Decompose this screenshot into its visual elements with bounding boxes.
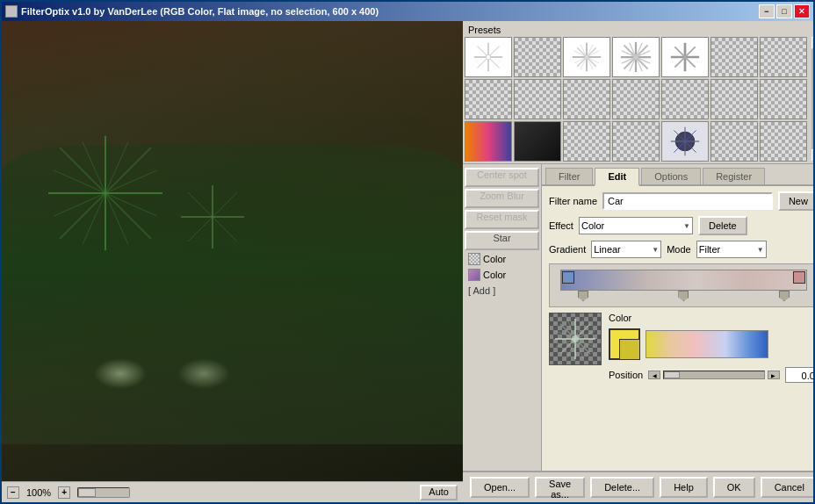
color-preview-box <box>549 313 602 365</box>
preset-thumb-18[interactable] <box>612 121 660 162</box>
preset-thumb-13[interactable] <box>710 79 758 119</box>
pos-slider-left-arrow[interactable]: ◀ <box>648 371 660 379</box>
presets-header: Presets ▶ <box>465 23 813 37</box>
image-panel: − 100% + Auto <box>2 21 463 502</box>
gradient-label: Gradient <box>549 244 586 255</box>
mode-value: Filter <box>699 244 720 255</box>
right-main: Center spot Zoom Blur Reset mask Star Co… <box>463 164 813 471</box>
preset-thumb-3[interactable] <box>563 37 610 77</box>
window-title: FilterOptix v1.0 by VanDerLee (RGB Color… <box>21 6 759 17</box>
color-swatch-row <box>609 328 813 360</box>
preset-thumb-6[interactable] <box>710 37 758 77</box>
preset-thumb-17[interactable] <box>563 121 610 162</box>
gradient-marker-2[interactable] <box>678 291 689 301</box>
svg-point-50 <box>572 335 579 342</box>
position-row: Position ◀ ▶ 0.0 <box>609 367 813 383</box>
effect-row: Effect Color ▼ Delete <box>549 216 813 235</box>
auto-button[interactable]: Auto <box>420 485 458 500</box>
help-button[interactable]: Help <box>660 477 708 498</box>
presets-scroll-track[interactable] <box>811 49 813 149</box>
titlebar: FilterOptix v1.0 by VanDerLee (RGB Color… <box>2 2 813 21</box>
preset-thumb-11[interactable] <box>612 79 660 119</box>
new-button[interactable]: New <box>778 191 813 211</box>
mode-label: Mode <box>667 244 691 255</box>
gradient-stop-left[interactable] <box>562 271 574 284</box>
presets-label: Presets <box>468 25 501 35</box>
effect-label: Effect <box>549 220 573 231</box>
preset-thumb-16[interactable] <box>514 121 561 162</box>
delete-effect-button[interactable]: Delete <box>698 216 747 235</box>
gradient-dropdown-icon: ▼ <box>652 246 659 254</box>
color-gradient-preview[interactable] <box>646 330 768 358</box>
preset-thumb-5[interactable] <box>661 37 709 77</box>
delete-button[interactable]: Delete... <box>590 477 654 498</box>
minimize-button[interactable]: − <box>759 4 775 18</box>
svg-point-16 <box>486 54 490 59</box>
save-as-button[interactable]: Save as... <box>535 477 585 498</box>
tab-register[interactable]: Register <box>703 168 765 184</box>
color-label-2: Color <box>483 270 506 280</box>
zoom-blur-button[interactable]: Zoom Blur <box>465 189 539 208</box>
right-section: Presets ▶ <box>463 21 813 502</box>
presets-row-1 <box>465 37 811 77</box>
gradient-row: Gradient Linear ▼ Mode Filter ▼ <box>549 241 813 258</box>
color-section: Color Position <box>549 313 813 383</box>
color-label-1: Color <box>483 254 506 264</box>
effect-value: Color <box>581 220 604 231</box>
position-label: Position <box>609 370 643 380</box>
tab-filter[interactable]: Filter <box>545 168 593 184</box>
preset-thumb-20[interactable] <box>710 121 758 162</box>
filter-name-row: Filter name New <box>549 191 813 211</box>
cancel-button[interactable]: Cancel <box>761 477 813 498</box>
side-color-item-1[interactable]: Color <box>465 252 539 266</box>
reset-mask-button[interactable]: Reset mask <box>465 210 539 229</box>
star-button[interactable]: Star <box>465 231 539 250</box>
zoom-minus-button[interactable]: − <box>7 486 19 499</box>
close-button[interactable]: ✕ <box>794 4 810 18</box>
gradient-marker-1[interactable] <box>578 291 588 301</box>
filter-name-input[interactable] <box>602 192 773 210</box>
preset-thumb-9[interactable] <box>514 79 561 119</box>
pos-slider-right-arrow[interactable]: ▶ <box>768 371 780 379</box>
add-button[interactable]: [ Add ] <box>465 284 539 298</box>
open-button[interactable]: Open... <box>470 477 530 498</box>
preset-thumb-10[interactable] <box>563 79 610 119</box>
preset-thumb-4[interactable] <box>612 37 660 77</box>
presets-row-2 <box>465 79 811 119</box>
app-icon <box>5 5 18 18</box>
preset-thumb-15[interactable] <box>465 121 512 162</box>
preset-thumb-2[interactable] <box>514 37 561 77</box>
presets-wrapper: ▲ ▼ <box>465 37 813 162</box>
gradient-marker-3[interactable] <box>779 291 790 301</box>
edit-area: Filter Edit Options Register Filter name… <box>542 164 813 471</box>
preset-thumb-14[interactable] <box>760 79 807 119</box>
tab-edit[interactable]: Edit <box>595 168 639 186</box>
maximize-button[interactable]: □ <box>776 4 792 18</box>
tab-options[interactable]: Options <box>641 168 701 184</box>
presets-scroll-down[interactable]: ▼ <box>811 149 813 162</box>
color-swatch-yellow[interactable] <box>609 328 640 360</box>
gradient-bar[interactable] <box>560 270 807 291</box>
preset-thumb-8[interactable] <box>465 79 512 119</box>
zoom-plus-button[interactable]: + <box>58 486 70 499</box>
preset-thumb-21[interactable] <box>760 121 807 162</box>
preset-thumb-12[interactable] <box>661 79 709 119</box>
side-color-item-2[interactable]: Color <box>465 268 539 282</box>
horizontal-scrollbar[interactable] <box>77 487 130 498</box>
ok-button[interactable]: OK <box>713 477 755 498</box>
preset-thumb-7[interactable] <box>760 37 807 77</box>
presets-thumbs <box>465 37 811 162</box>
position-value[interactable]: 0.0 <box>785 367 813 383</box>
presets-scroll-up[interactable]: ▲ <box>811 37 813 49</box>
preset-thumb-19[interactable] <box>661 121 709 162</box>
gradient-stop-right[interactable] <box>793 271 805 284</box>
effect-select[interactable]: Color ▼ <box>579 217 693 234</box>
color-dot-1 <box>468 253 480 265</box>
position-slider-track[interactable] <box>663 371 765 379</box>
gradient-select[interactable]: Linear ▼ <box>591 241 661 258</box>
mode-select[interactable]: Filter ▼ <box>696 241 767 258</box>
scroll-thumb <box>78 488 96 497</box>
center-spot-button[interactable]: Center spot <box>465 168 539 187</box>
preset-thumb-1[interactable] <box>465 37 512 77</box>
bottom-bar: Open... Save as... Delete... Help OK Can… <box>463 471 813 502</box>
